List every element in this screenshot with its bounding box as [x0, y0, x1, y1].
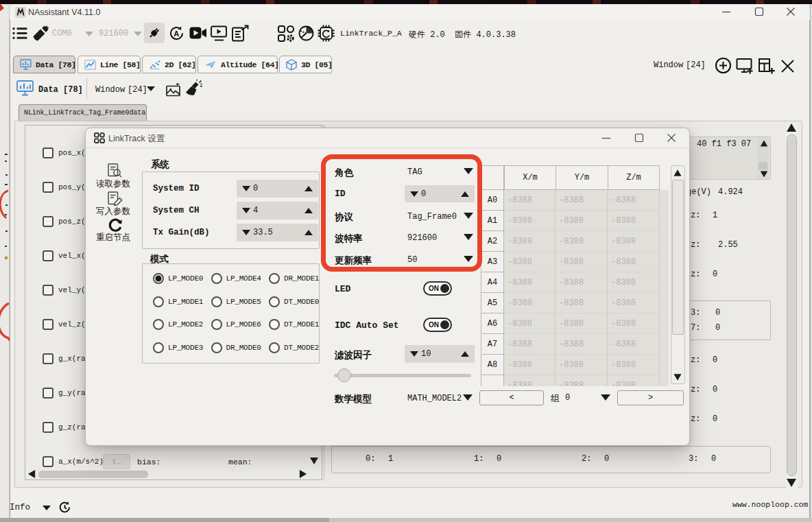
dialog-minimize-button[interactable] — [601, 133, 611, 143]
close-window-icon[interactable] — [780, 59, 795, 73]
dialog-maximize-button[interactable] — [634, 133, 644, 143]
table-cell[interactable]: -8388 — [556, 211, 608, 231]
channel-checkbox[interactable] — [43, 388, 53, 399]
spin-up-icon[interactable] — [461, 351, 469, 357]
channel-checkbox[interactable] — [43, 250, 53, 261]
frame-data-tab[interactable]: NLink_LinkTrack_Tag_Frame0data — [19, 104, 147, 121]
table-scroll-thumb[interactable] — [672, 180, 684, 335]
hex-scroll-thumb[interactable] — [759, 162, 767, 169]
led-toggle[interactable]: ON — [423, 281, 452, 296]
main-scroll-thumb[interactable] — [787, 134, 797, 476]
baud-chevron-icon[interactable] — [134, 32, 142, 36]
hscroll-left-arrow[interactable] — [28, 470, 35, 478]
table-cell[interactable]: -8388 — [556, 313, 608, 334]
channel-checkbox[interactable] — [43, 147, 53, 158]
table-cell[interactable]: -8388 — [504, 334, 556, 355]
minimize-button[interactable] — [721, 7, 731, 16]
mode-radio[interactable]: DR_MODE1 — [269, 273, 319, 284]
close-button[interactable] — [786, 7, 796, 16]
info-chevron-icon[interactable] — [43, 506, 51, 510]
channel-checkbox[interactable] — [43, 319, 53, 330]
hex-scroll-down-arrow[interactable] — [761, 171, 768, 178]
data-window-icon[interactable] — [16, 80, 34, 96]
spin-down-icon[interactable] — [242, 186, 250, 191]
system-row-spinner[interactable]: 33.5 — [237, 224, 318, 241]
channel-checkbox[interactable] — [43, 182, 53, 193]
hex-scroll-up-arrow[interactable] — [761, 141, 768, 147]
mode-radio[interactable]: DT_MODE1 — [269, 319, 319, 330]
table-cell[interactable]: -8388 — [608, 334, 660, 355]
table-cell[interactable]: -8388 — [556, 190, 608, 211]
main-scroll-down-arrow[interactable] — [787, 479, 796, 487]
spin-down-icon[interactable] — [242, 208, 250, 213]
filter-slider-track[interactable] — [334, 374, 471, 377]
radio-circle-icon[interactable] — [269, 342, 280, 353]
view-tab[interactable]: Line [58] — [77, 56, 141, 73]
table-cell[interactable]: -8388 — [556, 293, 608, 313]
radio-circle-icon[interactable] — [269, 273, 280, 284]
table-cell[interactable]: -8388 — [504, 211, 556, 231]
table-scroll-up-arrow[interactable] — [673, 169, 681, 176]
mode-radio[interactable]: LP_MODE0 — [153, 273, 203, 284]
firmware-update-icon[interactable] — [317, 24, 335, 43]
config-brush-icon[interactable] — [32, 25, 49, 43]
table-cell[interactable]: -8388 — [608, 211, 660, 231]
radio-circle-icon[interactable] — [153, 296, 164, 307]
main-scroll-up-arrow[interactable] — [787, 123, 796, 132]
table-cell[interactable]: -8388 — [608, 355, 660, 375]
auto-reconnect-icon[interactable]: A — [168, 25, 185, 42]
new-window-icon[interactable] — [736, 58, 754, 75]
spin-up-icon[interactable] — [304, 186, 313, 191]
clear-icon[interactable] — [184, 80, 203, 99]
table-cell[interactable]: -8388 — [556, 252, 608, 272]
next-group-button[interactable]: > — [617, 390, 684, 405]
mode-radio[interactable]: DT_MODE0 — [269, 296, 319, 307]
channel-checkbox[interactable] — [43, 216, 53, 227]
time-button[interactable]: t… — [103, 454, 130, 469]
table-cell[interactable]: -8388 — [504, 355, 556, 375]
radio-circle-icon[interactable] — [153, 273, 164, 284]
replay-icon[interactable] — [211, 25, 228, 41]
info-dropdown[interactable]: Info — [10, 503, 30, 512]
radio-circle-icon[interactable] — [211, 273, 222, 284]
channel-checkbox[interactable] — [43, 456, 53, 467]
spin-up-icon[interactable] — [304, 208, 313, 213]
mode-radio[interactable]: LP_MODE3 — [153, 342, 203, 353]
channel-checkbox[interactable] — [43, 422, 53, 433]
view-tab[interactable]: Altitude [64] — [198, 56, 278, 73]
table-cell[interactable]: -8388 — [504, 231, 556, 252]
snapshot-icon[interactable] — [165, 82, 182, 98]
table-cell[interactable]: -8388 — [608, 375, 660, 386]
read-params-button[interactable]: 读取参数 — [96, 178, 130, 190]
anchor-plan-icon[interactable] — [298, 25, 315, 42]
table-cell[interactable]: -8388 — [608, 272, 660, 293]
table-cell[interactable]: -8388 — [556, 272, 608, 293]
table-cell[interactable]: -8388 — [504, 375, 556, 386]
table-cell[interactable]: -8388 — [608, 313, 660, 334]
hscroll-right-arrow[interactable] — [300, 470, 307, 478]
radio-circle-icon[interactable] — [211, 342, 222, 353]
add-window-icon[interactable] — [715, 57, 732, 74]
table-cell[interactable]: -8388 — [504, 272, 556, 293]
math-model-dropdown-icon[interactable] — [463, 394, 473, 401]
radio-circle-icon[interactable] — [153, 319, 164, 330]
restart-node-button[interactable]: 重启节点 — [96, 232, 130, 244]
channel-checkbox[interactable] — [43, 285, 53, 296]
window-count-chevron-icon[interactable] — [147, 86, 155, 91]
table-cell[interactable]: -8388 — [504, 252, 556, 272]
spin-up-icon[interactable] — [304, 230, 313, 235]
idc-auto-set-toggle[interactable]: ON — [423, 318, 452, 332]
spin-down-icon[interactable] — [410, 351, 418, 357]
port-select[interactable]: COM6 — [52, 29, 72, 38]
math-model-value[interactable]: MATH_MODEL2 — [407, 394, 462, 403]
table-cell[interactable]: -8388 — [556, 231, 608, 252]
modules-icon[interactable] — [277, 25, 295, 43]
mode-radio[interactable]: LP_MODE4 — [211, 273, 261, 284]
system-row-spinner[interactable]: 0 — [237, 180, 318, 198]
split-window-icon[interactable] — [758, 58, 775, 75]
vscroll-down-arrow[interactable] — [310, 458, 318, 464]
table-cell[interactable]: -8388 — [556, 334, 608, 355]
mode-radio[interactable]: DR_MODE0 — [211, 342, 261, 353]
radio-circle-icon[interactable] — [211, 296, 222, 307]
restart-node-icon[interactable] — [108, 218, 123, 233]
